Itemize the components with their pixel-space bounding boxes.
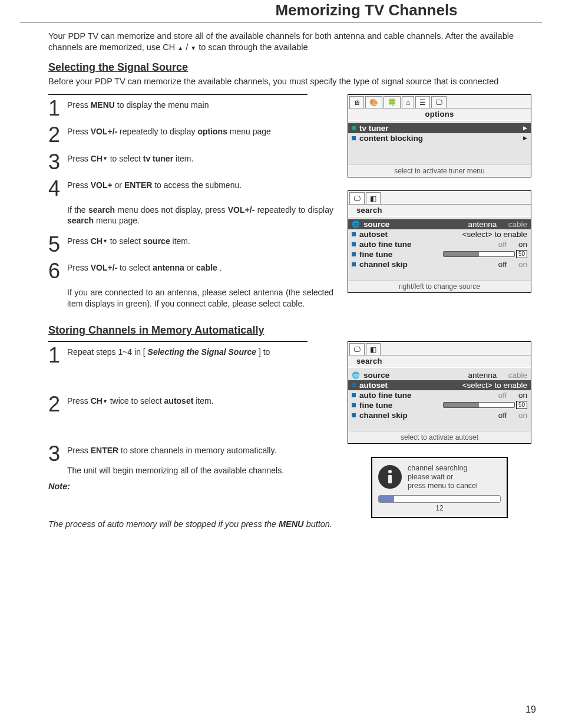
osd-search-source: 🖵 ◧ search 🌐 source antenna cable autose… <box>348 190 531 293</box>
step-number: 3 <box>48 445 61 463</box>
bullet-icon <box>352 262 356 266</box>
note-body: The process of auto memory will be stopp… <box>48 519 514 529</box>
bullet-icon <box>352 413 356 417</box>
cable-word: cable <box>196 263 217 272</box>
osd-row-autoset: autoset <select> to enable <box>348 380 531 390</box>
vol-key: VOL+/- <box>228 205 255 215</box>
t: item. <box>173 236 190 246</box>
step-number: 1 <box>48 100 61 117</box>
ch-key: CH <box>91 236 103 246</box>
step-number: 6 <box>48 262 61 280</box>
fine-tune-slider: 50 <box>443 250 527 258</box>
osd-label: auto fine tune <box>359 240 412 249</box>
bullet-icon <box>352 242 356 246</box>
section1-steps-column: 1 Press MENU to display the menu main 2 … <box>48 94 333 318</box>
osd-tab-icon-selected: ☰ <box>415 96 430 108</box>
note-label: Note: <box>48 482 70 491</box>
t: . <box>220 263 222 272</box>
info-icon <box>378 465 402 489</box>
osd-row-tv-tuner: tv tuner ▶ <box>348 123 531 133</box>
step-number: 3 <box>48 153 61 171</box>
osd-tab-icon: 🎨 <box>365 96 382 108</box>
globe-icon: 🌐 <box>352 220 360 228</box>
t: item. <box>176 154 193 163</box>
tv-tuner-word: tv tuner <box>143 154 173 163</box>
bullet-icon <box>352 232 356 236</box>
osd-value-off: off <box>498 240 507 249</box>
t: menu page. <box>96 216 140 225</box>
title-rule <box>20 22 542 22</box>
vol-key: VOL+/- <box>91 127 118 136</box>
step-3: 3 Press ENTER to store channels in memor… <box>48 445 333 476</box>
t: repeatedly to display <box>120 127 197 136</box>
osd-hint: select to activate tuner menu <box>348 164 531 177</box>
step3-extra: The unit will begin memorizing all of th… <box>67 465 333 476</box>
search-word: search <box>88 205 115 215</box>
down-triangle-icon: ▼ <box>103 398 108 406</box>
osd-tab-icon: 🖵 <box>349 343 365 355</box>
step-1: 1 Repeat steps 1~4 in [ Selecting the Si… <box>48 347 333 364</box>
volplus-key: VOL+ <box>91 180 113 190</box>
osd-row-source: 🌐 source antenna cable <box>348 219 531 229</box>
bullet-icon <box>352 403 356 407</box>
t: or <box>115 180 124 190</box>
step-number: 2 <box>48 396 61 413</box>
t: Press <box>67 236 91 246</box>
popup-line: please wait or <box>408 473 478 482</box>
menu-key: MENU <box>279 519 304 529</box>
t: item. <box>196 396 213 406</box>
osd-tab-strip: 🖥 🎨 🍀 ⌂ ☰ 🖵 <box>348 95 531 108</box>
osd-row-auto-fine-tune: auto fine tune off on <box>348 390 531 400</box>
slash: / <box>186 42 190 52</box>
intro-paragraph: Your PDP TV can memorize and store all o… <box>48 31 514 53</box>
search-word: search <box>67 216 94 225</box>
osd-hint: right/left to change source <box>348 280 531 292</box>
bullet-icon <box>352 136 356 140</box>
source-word: source <box>143 236 170 246</box>
enter-key: ENTER <box>124 180 152 190</box>
step-number: 1 <box>48 347 61 364</box>
t: ] to <box>259 347 270 357</box>
osd-tab-icon: ◧ <box>366 343 381 355</box>
t: Press <box>67 154 91 163</box>
step-3: 3 Press CH▼ to select tv tuner item. <box>48 153 333 171</box>
bullet-icon <box>352 126 356 130</box>
ref-section: Selecting the Signal Source <box>148 347 256 357</box>
osd-row-channel-skip: channel skip off on <box>348 259 531 269</box>
osd-search-autoset: 🖵 ◧ search 🌐 source antenna cable autose… <box>348 341 531 444</box>
osd-row-auto-fine-tune: auto fine tune off on <box>348 239 531 249</box>
down-triangle-icon: ▼ <box>190 44 196 52</box>
osd-tab-strip: 🖵 ◧ <box>348 342 531 355</box>
osd-label: source <box>363 371 389 380</box>
osd-value: <select> to enable <box>462 230 527 239</box>
up-triangle-icon: ▲ <box>177 44 183 52</box>
t: Repeat steps 1~4 in [ <box>67 347 146 357</box>
step-2: 2 Press VOL+/- repeatedly to display opt… <box>48 126 333 144</box>
t: Press <box>67 100 91 110</box>
t: repeatedly to display <box>257 205 333 215</box>
tv-icon: 🖥 <box>353 99 360 106</box>
osd-row-autoset: autoset <select> to enable <box>348 229 531 239</box>
osd-tab-icon: ⌂ <box>402 96 414 108</box>
osd-value-off: off <box>498 411 507 420</box>
page-title: Memorizing TV Channels <box>20 1 542 19</box>
osd-tab-icon: 🖵 <box>431 96 447 108</box>
osd-caption: search <box>348 205 531 217</box>
osd-label: tv tuner <box>359 124 389 133</box>
t: menu page <box>230 127 271 136</box>
osd-label: content blocking <box>359 134 423 143</box>
popup-line: press menu to cancel <box>408 482 478 490</box>
bullet-icon <box>352 383 356 387</box>
intro-text-b: to scan through the available <box>199 42 308 52</box>
osd-value-antenna: antenna <box>468 371 497 380</box>
osd-value-antenna: antenna <box>468 220 497 229</box>
osd-tab-icon: 🍀 <box>384 96 401 108</box>
ch-key: CH <box>91 396 103 406</box>
osd-label: channel skip <box>359 260 408 269</box>
osd-tab-icon: 🖵 <box>349 192 365 204</box>
right-triangle-icon: ▶ <box>523 125 527 131</box>
t: menu does not display, press <box>117 205 227 215</box>
osd-row-content-blocking: content blocking ▶ <box>348 133 531 143</box>
t: If the <box>67 205 88 215</box>
bullet-icon <box>352 252 356 256</box>
